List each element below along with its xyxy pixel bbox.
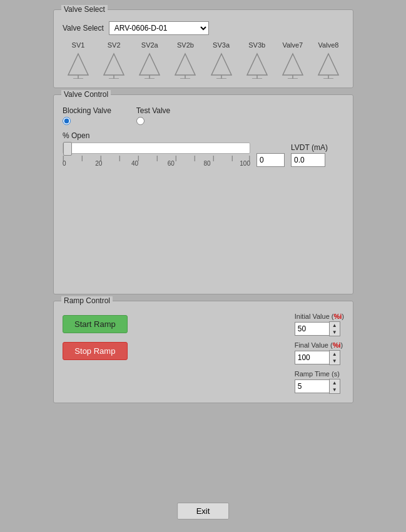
ramp-time-row: Ramp Time (s) ▲ ▼ xyxy=(295,370,344,394)
test-valve-label: Test Valve xyxy=(136,106,170,115)
valve-label-valve7: Valve7 xyxy=(282,41,303,49)
svg-marker-18 xyxy=(283,54,303,75)
blocking-valve-item: Blocking Valve xyxy=(63,106,111,125)
valve-select-panel-title: Valve Select xyxy=(61,5,108,14)
tick-60: 60 xyxy=(168,160,175,167)
slider-value-input[interactable] xyxy=(256,153,285,167)
ramp-control-panel-title: Ramp Control xyxy=(61,296,113,305)
valve-item-sv2a: SV2a xyxy=(134,41,165,79)
valve-control-panel-title: Valve Control xyxy=(61,90,111,99)
lvdt-value-input[interactable] xyxy=(291,153,325,167)
lvdt-label: LVDT (mA) xyxy=(291,143,328,152)
valve-item-valve8: Valve8 xyxy=(313,41,344,79)
start-ramp-button[interactable]: Start Ramp xyxy=(63,315,128,333)
valve-icon-sv3b xyxy=(246,51,268,79)
ramp-control-panel: Ramp Control Start Ramp Stop Ramp Initia… xyxy=(53,301,353,403)
valve-label-sv1: SV1 xyxy=(72,41,85,49)
main-container: Valve Select Valve Select ARV-0606-D-01 … xyxy=(53,9,353,409)
valve-item-sv2b: SV2b xyxy=(170,41,201,79)
svg-marker-15 xyxy=(247,54,267,75)
valve-icon-sv2b xyxy=(174,51,196,79)
valve-select-panel: Valve Select Valve Select ARV-0606-D-01 … xyxy=(53,9,353,88)
svg-marker-21 xyxy=(318,54,338,75)
valve-icon-sv2 xyxy=(103,51,125,79)
initial-value-up-btn[interactable]: ▲ xyxy=(330,322,340,329)
ramp-time-spinner: ▲ ▼ xyxy=(295,379,340,394)
lvdt-section: LVDT (mA) xyxy=(291,143,328,167)
final-value-spinner: ▲ ▼ xyxy=(295,350,340,365)
test-valve-item: Test Valve xyxy=(136,106,170,125)
final-value-up-btn[interactable]: ▲ xyxy=(330,351,340,358)
valve-icon-sv1 xyxy=(67,51,89,79)
valve-select-label: Valve Select xyxy=(63,24,104,33)
valve-icon-sv3a xyxy=(210,51,233,79)
svg-marker-12 xyxy=(211,54,231,75)
svg-marker-9 xyxy=(175,54,195,75)
valve-icon-valve8 xyxy=(317,51,340,79)
blocking-valve-label: Blocking Valve xyxy=(63,106,111,115)
valve-dropdown[interactable]: ARV-0606-D-01 xyxy=(109,21,209,35)
svg-marker-3 xyxy=(104,54,124,75)
percent-open-label: % Open xyxy=(63,131,344,140)
blocking-valve-radio[interactable] xyxy=(63,117,71,125)
svg-marker-0 xyxy=(68,54,88,75)
valve-icon-valve7 xyxy=(282,51,304,79)
initial-value-spinner-btns: ▲ ▼ xyxy=(329,321,340,336)
radio-row: Blocking Valve Test Valve xyxy=(63,106,344,125)
valve-label-sv2: SV2 xyxy=(108,41,121,49)
valve-label-sv3a: SV3a xyxy=(213,41,230,49)
ramp-inner: Start Ramp Stop Ramp Initial Value (%i) … xyxy=(63,313,344,394)
valve-label-sv2b: SV2b xyxy=(177,41,194,49)
final-value-row: Final Value (%i) ▲ ▼ xyxy=(295,341,344,365)
ramp-time-up-btn[interactable]: ▲ xyxy=(330,379,340,386)
valve-label-sv3b: SV3b xyxy=(248,41,265,49)
valve-item-valve7: Valve7 xyxy=(277,41,308,79)
valve-select-row: Valve Select ARV-0606-D-01 xyxy=(63,21,344,35)
initial-value-down-btn[interactable]: ▼ xyxy=(330,329,340,336)
final-value-label: Final Value (%i) xyxy=(295,341,343,349)
final-value-down-btn[interactable]: ▼ xyxy=(330,358,340,364)
slider-and-ticks: | | | | | | | | | | | 0 20 xyxy=(63,143,250,167)
ramp-time-down-btn[interactable]: ▼ xyxy=(330,386,340,393)
test-valve-radio[interactable] xyxy=(136,117,145,125)
initial-value-label: Initial Value (%i) xyxy=(295,313,344,320)
percent-open-slider[interactable] xyxy=(63,143,251,154)
ramp-buttons: Start Ramp Stop Ramp xyxy=(63,313,128,394)
valve-label-sv2a: SV2a xyxy=(141,41,158,49)
ramp-time-input[interactable] xyxy=(295,379,329,393)
valve-control-panel: Valve Control Blocking Valve Test Valve … xyxy=(53,94,353,294)
initial-value-input[interactable] xyxy=(295,322,329,336)
initial-value-spinner: ▲ ▼ xyxy=(295,321,340,336)
valve-label-valve8: Valve8 xyxy=(318,41,339,49)
exit-btn-row: Exit xyxy=(177,503,230,519)
slider-track xyxy=(63,143,250,154)
valve-icons-row: SV1 SV2 SV2a xyxy=(63,41,344,79)
ramp-time-spinner-btns: ▲ ▼ xyxy=(329,379,340,394)
svg-marker-6 xyxy=(140,54,160,75)
valve-item-sv3a: SV3a xyxy=(206,41,237,79)
valve-item-sv1: SV1 xyxy=(63,41,94,79)
exit-button[interactable]: Exit xyxy=(177,503,230,519)
final-value-input[interactable] xyxy=(295,351,329,364)
final-value-spinner-btns: ▲ ▼ xyxy=(329,350,340,365)
valve-item-sv3b: SV3b xyxy=(241,41,273,79)
slider-lvdt-row: | | | | | | | | | | | 0 20 xyxy=(63,143,344,167)
valve-icon-sv2a xyxy=(138,51,161,79)
ramp-time-label: Ramp Time (s) xyxy=(295,370,340,378)
valve-item-sv2: SV2 xyxy=(98,41,129,79)
initial-value-row: Initial Value (%i) ▲ ▼ xyxy=(295,313,344,336)
tick-80: 80 xyxy=(204,160,211,167)
ramp-fields: Initial Value (%i) ▲ ▼ Final Value (%i) xyxy=(295,313,344,394)
stop-ramp-button[interactable]: Stop Ramp xyxy=(63,342,128,360)
